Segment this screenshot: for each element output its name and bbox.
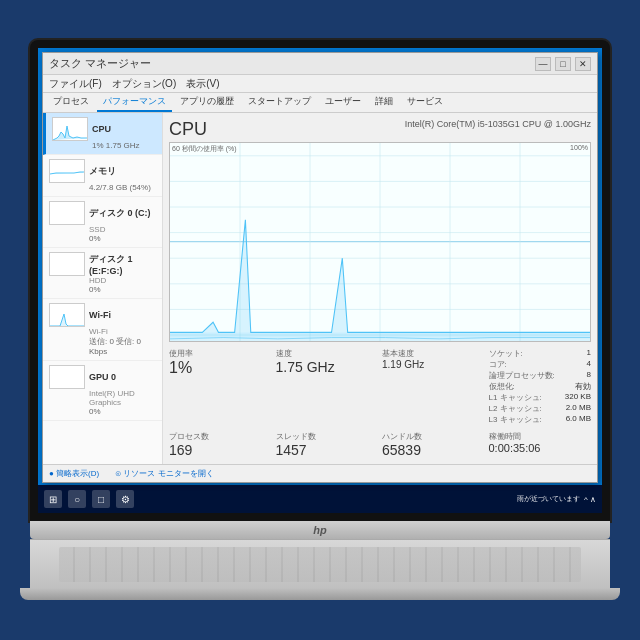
wifi-name: Wi-Fi — [89, 327, 156, 336]
l1-row: L1 キャッシュ: 320 KB — [489, 392, 592, 403]
taskbar-right-area: 雨が近づいています ^ ∧ — [517, 494, 596, 504]
footer-simple-view[interactable]: ● 簡略表示(D) — [49, 468, 99, 479]
stat-processes: プロセス数 169 — [169, 431, 272, 458]
gpu-sublabel: 0% — [89, 407, 156, 416]
menu-file[interactable]: ファイル(F) — [49, 77, 102, 91]
cpu-mini-chart — [52, 117, 88, 141]
cpu-panel-title: CPU — [169, 119, 207, 140]
tab-process[interactable]: プロセス — [47, 93, 95, 112]
minimize-button[interactable]: — — [535, 57, 551, 71]
stat-base-speed: 基本速度 1.19 GHz — [382, 348, 485, 425]
hp-logo: hp — [313, 524, 326, 536]
socket-value: 1 — [587, 348, 591, 359]
cpu-processor-name: Intel(R) Core(TM) i5-1035G1 CPU @ 1.00GH… — [405, 119, 591, 129]
taskbar-clock: ^ ∧ — [584, 495, 596, 504]
wifi-sublabel: 送信: 0 受信: 0 Kbps — [89, 336, 156, 356]
sidebar-item-disk0[interactable]: ディスク 0 (C:) SSD 0% — [43, 197, 162, 248]
process-value: 169 — [169, 442, 272, 458]
main-body: CPU 1% 1.75 GHz メモリ — [43, 113, 597, 464]
taskbar-start-button[interactable]: ⊞ — [44, 490, 62, 508]
keyboard-keys — [59, 547, 581, 582]
l3-row: L3 キャッシュ: 6.0 MB — [489, 414, 592, 425]
usage-label: 使用率 — [169, 348, 272, 359]
taskbar: ⊞ ○ □ ⚙ 雨が近づいています ^ ∧ — [38, 485, 602, 513]
maximize-button[interactable]: □ — [555, 57, 571, 71]
disk1-label: ディスク 1 (E:F:G:) — [89, 253, 156, 276]
cpu-label: CPU — [92, 124, 111, 134]
handle-label: ハンドル数 — [382, 431, 485, 442]
title-bar: タスク マネージャー — □ ✕ — [43, 53, 597, 75]
menu-options[interactable]: オプション(O) — [112, 77, 176, 91]
speed-label: 速度 — [276, 348, 379, 359]
tab-details[interactable]: 詳細 — [369, 93, 399, 112]
process-label: プロセス数 — [169, 431, 272, 442]
cpu-content-area: CPU Intel(R) Core(TM) i5-1035G1 CPU @ 1.… — [163, 113, 597, 464]
window-controls: — □ ✕ — [535, 57, 591, 71]
uptime-value: 0:00:35:06 — [489, 442, 592, 454]
uptime-label: 稼働時間 — [489, 431, 592, 442]
menu-view[interactable]: 表示(V) — [186, 77, 219, 91]
laptop-chin: hp — [30, 521, 610, 539]
gpu-mini-chart — [49, 365, 85, 389]
tab-startup[interactable]: スタートアップ — [242, 93, 317, 112]
l2-value: 2.0 MB — [566, 403, 591, 414]
core-row: コア: 4 — [489, 359, 592, 370]
l2-row: L2 キャッシュ: 2.0 MB — [489, 403, 592, 414]
handle-value: 65839 — [382, 442, 485, 458]
tab-performance[interactable]: パフォーマンス — [97, 93, 172, 112]
socket-row: ソケット: 1 — [489, 348, 592, 359]
close-button[interactable]: ✕ — [575, 57, 591, 71]
taskbar-settings[interactable]: ⚙ — [116, 490, 134, 508]
l1-label: L1 キャッシュ: — [489, 392, 542, 403]
base-speed-label: 基本速度 — [382, 348, 485, 359]
task-manager-window: タスク マネージャー — □ ✕ ファイル(F) オプション(O) 表示(V) … — [42, 52, 598, 483]
core-value: 4 — [587, 359, 591, 370]
virt-value: 有効 — [575, 381, 591, 392]
usage-value: 1% — [169, 359, 272, 377]
sidebar-item-disk1[interactable]: ディスク 1 (E:F:G:) HDD 0% — [43, 248, 162, 299]
memory-label: メモリ — [89, 165, 116, 178]
cpu-chart-svg — [170, 143, 590, 341]
tab-users[interactable]: ユーザー — [319, 93, 367, 112]
window-title: タスク マネージャー — [49, 56, 151, 71]
l3-label: L3 キャッシュ: — [489, 414, 542, 425]
sidebar-item-memory[interactable]: メモリ 4.2/7.8 GB (54%) — [43, 155, 162, 197]
socket-label: ソケット: — [489, 348, 523, 359]
footer-resource-monitor[interactable]: ⊙ リソース モニターを開く — [115, 468, 213, 479]
speed-value: 1.75 GHz — [276, 359, 379, 375]
keyboard-area — [30, 539, 610, 588]
disk1-type: HDD — [89, 276, 156, 285]
sidebar-wifi-header: Wi-Fi — [49, 303, 156, 327]
sidebar-item-cpu[interactable]: CPU 1% 1.75 GHz — [43, 113, 162, 155]
wifi-label: Wi-Fi — [89, 310, 111, 320]
virt-label: 仮想化: — [489, 381, 515, 392]
logical-row: 論理プロセッサ数: 8 — [489, 370, 592, 381]
sidebar-gpu-header: GPU 0 — [49, 365, 156, 389]
taskbar-task-view[interactable]: □ — [92, 490, 110, 508]
screen-bezel: タスク マネージャー — □ ✕ ファイル(F) オプション(O) 表示(V) … — [30, 40, 610, 521]
menu-bar: ファイル(F) オプション(O) 表示(V) — [43, 75, 597, 93]
wifi-mini-chart — [49, 303, 85, 327]
gpu-label: GPU 0 — [89, 372, 116, 382]
disk0-label: ディスク 0 (C:) — [89, 207, 151, 220]
base-speed-value: 1.19 GHz — [382, 359, 485, 370]
tab-services[interactable]: サービス — [401, 93, 449, 112]
sidebar-item-wifi[interactable]: Wi-Fi Wi-Fi 送信: 0 受信: 0 Kbps — [43, 299, 162, 361]
core-label: コア: — [489, 359, 507, 370]
sidebar-disk0-header: ディスク 0 (C:) — [49, 201, 156, 225]
stat-usage: 使用率 1% — [169, 348, 272, 425]
logical-value: 8 — [587, 370, 591, 381]
taskbar-search-button[interactable]: ○ — [68, 490, 86, 508]
sidebar-item-gpu[interactable]: GPU 0 Intel(R) UHD Graphics 0% — [43, 361, 162, 421]
disk0-type: SSD — [89, 225, 156, 234]
tab-bar: プロセス パフォーマンス アプリの履歴 スタートアップ ユーザー 詳細 サービス — [43, 93, 597, 113]
stat-uptime: 稼働時間 0:00:35:06 — [489, 431, 592, 458]
tab-app-history[interactable]: アプリの履歴 — [174, 93, 240, 112]
disk0-sublabel: 0% — [89, 234, 156, 243]
stats-row-1: 使用率 1% 速度 1.75 GHz 基本速度 1.19 GHz — [169, 348, 591, 425]
stats-row-2: プロセス数 169 スレッド数 1457 ハンドル数 65839 — [169, 431, 591, 458]
svg-marker-18 — [170, 332, 590, 337]
gpu-name: Intel(R) UHD Graphics — [89, 389, 156, 407]
thread-label: スレッド数 — [276, 431, 379, 442]
sidebar-memory-header: メモリ — [49, 159, 156, 183]
